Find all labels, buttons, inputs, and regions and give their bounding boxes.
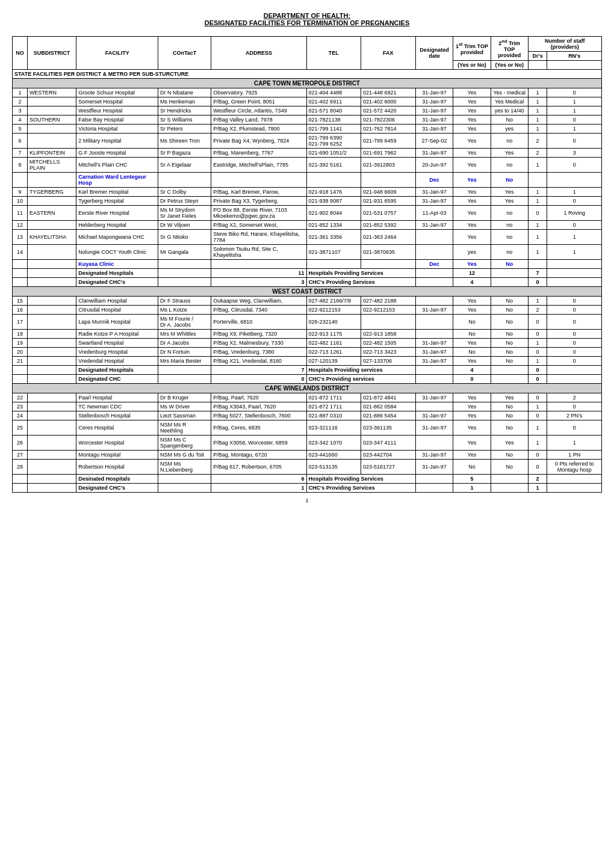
col-facility: FACILITY (76, 37, 158, 70)
col-rns-empty (547, 61, 602, 70)
col-address: ADDRESS (211, 37, 306, 70)
table-row: Kuyasa ClinicDecYesNo (13, 260, 602, 269)
table-row: 27Montagu HospitalNSM Ms G du ToitP/Bag,… (13, 451, 602, 460)
page-title: DEPARTMENT OF HEALTH: DESIGNATED FACILIT… (12, 12, 602, 26)
table-row: 20Vredenburg HospitalDr N FortuinP/Bag, … (13, 348, 602, 357)
table-row: 15Clanwilliam HospitalDr F StraussOukaap… (13, 297, 602, 306)
table-row: 24Stellenbosch HospitalLiezt SassmanP/Ba… (13, 411, 602, 420)
table-row: 16Citrusdal HospitalMs L KotzeP/Bag, Cit… (13, 306, 602, 315)
table-row: 22Paarl HospitalDr B KrugerP/Bag, Paarl,… (13, 393, 602, 402)
col-tel: TEL (306, 37, 361, 70)
table-row: 1WESTERNGroote Schuur HospitalDr N Nbata… (13, 88, 602, 97)
table-row: 21Vredendal HospitalMrs Maria BesterP/Ba… (13, 357, 602, 366)
col-staff: Number of staff (providers) (528, 37, 601, 52)
summary-row: Designated Hospitals7Hospitals Providing… (13, 366, 602, 375)
col-trim2-yn: (Yes or No) (491, 61, 528, 70)
summary-row: Designated CHC's3CHC's Providing Service… (13, 278, 602, 287)
table-row: 19Swartland HospitalDr A JacobsP/Bag X2,… (13, 339, 602, 348)
district-header: WEST COAST DISTRICT (13, 287, 602, 297)
state-facilities-header: STATE FACILITIES PER DISTRICT & METRO PE… (13, 70, 602, 79)
col-contact: COnTacT (158, 37, 211, 70)
table-row: Carnation Ward Lentegeur HospDecYesNo (13, 173, 602, 188)
table-row: 2Somerset HospitalMs HenkemanP/Bag, Gree… (13, 97, 602, 106)
table-row: 13KHAYELITSHAMichael Mapongwana CHCSr G … (13, 230, 602, 245)
col-date: Designated date (415, 37, 453, 70)
summary-row: Designated CHC's1CHC's Providing Service… (13, 484, 602, 493)
table-row: 26Worcester HospitalNSM Ms C Spangenberg… (13, 436, 602, 451)
table-row: 25Ceres HospitalNSM Ms R NeethlingP/Bag,… (13, 420, 602, 436)
col-trim2: 2nd Trim TOP provided (491, 37, 528, 61)
table-row: 18Radie Kotze P A HospitalMrs M Whittles… (13, 330, 602, 339)
table-row: 9TYGERBERGKarl Bremer HospitalSr C Dolby… (13, 188, 602, 197)
summary-row: Desinated Hospitals6Hospitals Providing … (13, 475, 602, 484)
table-row: 12Helderberg HospitalDr W ViljoenP/Bag X… (13, 221, 602, 230)
table-row: 14Nolungie COCT Youth ClinicMr GangalaSo… (13, 245, 602, 260)
main-table: NO SUBDISTRICT FACILITY COnTacT ADDRESS … (12, 36, 602, 493)
table-row: 7KLIPFONTEING F Jooste HospitalSr P Baga… (13, 149, 602, 158)
col-trim1-yn: (Yes or No) (453, 61, 491, 70)
table-row: 8MITCHELLS PLAINMitchell's Plain CHCSr A… (13, 158, 602, 173)
table-row: 23TC Newman CDCMs W DriverP/Bag X3043, P… (13, 402, 602, 411)
table-row: 3Westfleur HospitalSr HendricksWestfleur… (13, 106, 602, 115)
summary-row: Designated CHC0CHC's Providing services0… (13, 375, 602, 384)
summary-row: Designated Hospitals11Hospitals Providin… (13, 269, 602, 278)
col-drs: Dr's (528, 52, 547, 61)
table-row: 11EASTERNEerste River HospitalMs M Stryd… (13, 206, 602, 221)
col-no: NO (13, 37, 28, 70)
table-row: 10Tygerberg HospitalDr Petrus SteynPriva… (13, 197, 602, 206)
table-row: 17Lapa Munnik HospitalMs M Fourie / Dr A… (13, 315, 602, 330)
col-subdistrict: SUBDISTRICT (27, 37, 76, 70)
col-trim1: 1st Trim TOP provided (453, 37, 491, 61)
col-rns: RN's (547, 52, 602, 61)
col-drs-empty (528, 61, 547, 70)
table-row: 62 Military HospitalMs Shireen TronPriva… (13, 134, 602, 149)
district-header: CAPE WINELANDS DISTRICT (13, 384, 602, 393)
table-row: 5Victoria HospitalSr PetersP/Bag X2, Plu… (13, 125, 602, 134)
district-header: CAPE TOWN METROPOLE DISTRICT (13, 79, 602, 88)
page-number: 1 (12, 497, 602, 503)
table-row: 28Robertson HospitalNSM Ms N.LiebenbergP… (13, 460, 602, 475)
table-row: 4SOUTHERNFalse Bay HospitalSr S Williams… (13, 115, 602, 125)
col-fax: FAX (361, 37, 415, 70)
